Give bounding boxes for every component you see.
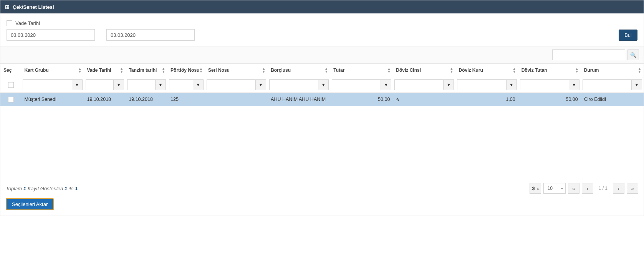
sort-icon: ▲▼ (120, 67, 123, 73)
filter-kart-grubu[interactable] (23, 79, 71, 90)
select-all-checkbox[interactable] (8, 82, 14, 88)
search-button[interactable]: Bul (619, 30, 637, 41)
cell-borclu: AHU HANIM AHU HANIM (268, 93, 330, 107)
cell-vade-tarihi: 19.10.2018 (84, 93, 126, 107)
row-checkbox[interactable] (8, 97, 14, 102)
sort-icon: ▲▼ (199, 67, 203, 73)
sort-icon: ▲▼ (162, 67, 165, 73)
col-borclu[interactable]: Borçlusu▲▼ (268, 64, 330, 77)
cell-durum: Ciro Edildi (581, 93, 644, 107)
filter-icon[interactable]: ▼ (318, 79, 329, 90)
filter-icon[interactable]: ▼ (569, 79, 579, 90)
filter-icon[interactable]: ▼ (193, 79, 204, 90)
filter-seri-nosu[interactable] (207, 79, 255, 90)
cell-tutar: 50,00 (330, 93, 393, 107)
filter-doviz-tutari[interactable] (520, 79, 569, 90)
chevron-right-icon: › (618, 186, 619, 191)
filter-icon[interactable]: ▼ (443, 79, 454, 90)
cell-portfoy-nosu: 125 (167, 93, 205, 107)
sort-icon: ▲▼ (638, 67, 641, 73)
filter-vade-tarihi[interactable] (86, 79, 114, 90)
pager-first-button[interactable]: « (568, 183, 579, 194)
filter-icon[interactable]: ▼ (155, 79, 166, 90)
cell-tanzim-tarihi: 19.10.2018 (126, 93, 167, 107)
filter-icon[interactable]: ▼ (72, 79, 83, 90)
filter-icon[interactable]: ▼ (506, 79, 517, 90)
table-row[interactable]: Müşteri Senedi 19.10.2018 19.10.2018 125… (0, 93, 644, 107)
col-vade-tarihi[interactable]: Vade Tarihi▲▼ (84, 64, 126, 77)
cell-doviz-kuru: 1,00 (455, 93, 518, 107)
sort-icon: ▲▼ (513, 67, 516, 73)
col-seri-nosu[interactable]: Seri Nosu▲▼ (205, 64, 268, 77)
grid-search-input[interactable] (552, 49, 625, 60)
col-doviz-tutari[interactable]: Döviz Tutarı▲▼ (518, 64, 581, 77)
cell-kart-grubu: Müşteri Senedi (21, 93, 84, 107)
sort-icon: ▲▼ (387, 67, 391, 73)
chevron-left-icon: ‹ (586, 186, 588, 191)
grid-icon: ⊞ (5, 4, 10, 10)
col-kart-grubu[interactable]: Kart Grubu▲▼ (21, 64, 84, 77)
vade-tarihi-checkbox[interactable] (7, 20, 12, 26)
settings-button[interactable]: ⚙▲ (530, 183, 541, 194)
cell-doviz-cinsi: ₺ (393, 93, 455, 107)
filter-borclu[interactable] (269, 79, 318, 90)
date-to-input[interactable] (106, 29, 195, 41)
filter-tanzim-tarihi[interactable] (127, 79, 155, 90)
page-indicator: 1 / 1 (596, 186, 611, 191)
col-doviz-kuru[interactable]: Döviz Kuru▲▼ (455, 64, 518, 77)
filter-portfoy-nosu[interactable] (169, 79, 193, 90)
filter-tutar[interactable] (332, 79, 381, 90)
page-size-select[interactable]: 10 (543, 183, 566, 194)
pager-last-button[interactable]: » (627, 183, 638, 194)
panel-title: Çek/Senet Listesi (13, 4, 54, 10)
filter-icon[interactable]: ▼ (113, 79, 124, 90)
caret-up-icon: ▲ (536, 187, 540, 190)
transfer-selected-button[interactable]: Seçilenleri Aktar (6, 198, 54, 210)
sort-icon: ▲▼ (575, 67, 579, 73)
sort-icon: ▲▼ (450, 67, 454, 73)
col-tanzim-tarihi[interactable]: Tanzim tarihi▲▼ (126, 64, 167, 77)
filter-icon[interactable]: ▼ (631, 79, 642, 90)
cell-seri-nosu (205, 93, 268, 107)
pager-next-button[interactable]: › (613, 183, 624, 194)
sort-icon: ▲▼ (324, 67, 328, 73)
filter-icon[interactable]: ▼ (255, 79, 266, 90)
col-sec: Seç (0, 64, 21, 77)
chevron-double-right-icon: » (631, 186, 634, 191)
col-doviz-cinsi[interactable]: Döviz Cinsi▲▼ (393, 64, 455, 77)
sort-icon: ▲▼ (262, 67, 265, 73)
filter-doviz-kuru[interactable] (457, 79, 506, 90)
panel-header: ⊞ Çek/Senet Listesi (0, 0, 644, 13)
chevron-double-left-icon: « (572, 186, 575, 191)
pager-prev-button[interactable]: ‹ (582, 183, 593, 194)
date-from-input[interactable] (7, 29, 95, 41)
filter-icon[interactable]: ▼ (381, 79, 391, 90)
vade-tarihi-checkbox-row[interactable]: Vade Tarihi (7, 20, 195, 26)
col-tutar[interactable]: Tutar▲▼ (330, 64, 393, 77)
filter-doviz-cinsi[interactable] (394, 79, 443, 90)
filter-durum[interactable] (583, 79, 631, 90)
sort-icon: ▲▼ (78, 67, 82, 73)
gear-icon: ⚙ (531, 186, 536, 191)
vade-tarihi-label: Vade Tarihi (15, 20, 40, 26)
summary-text: Toplam 1 Kayıt Gösterilen 1 ile 1 (6, 186, 78, 191)
col-durum[interactable]: Durum▲▼ (581, 64, 644, 77)
grid-search-button[interactable]: 🔍 (627, 49, 639, 60)
col-portfoy-nosu[interactable]: Pörtföy Nosu▲▼ (167, 64, 205, 77)
search-icon: 🔍 (630, 52, 636, 58)
cell-doviz-tutari: 50,00 (518, 93, 581, 107)
